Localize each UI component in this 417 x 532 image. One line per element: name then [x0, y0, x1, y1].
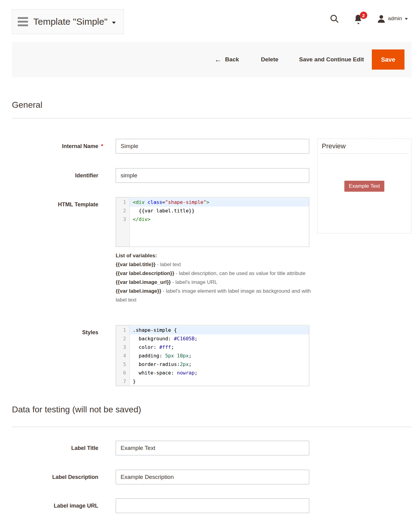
identifier-input[interactable] [116, 168, 309, 183]
action-bar: ← Back Delete Save and Continue Edit Sav… [12, 42, 412, 77]
label-title-label: Label Title [71, 445, 98, 451]
masthead: Template "Simple" 2 admin [0, 0, 417, 34]
line-numbers: 1234567 [116, 325, 130, 386]
back-button[interactable]: ← Back [214, 56, 239, 63]
code-line: border-radius:2px; [130, 360, 309, 369]
label-image-url-row: Label image URL [0, 498, 417, 513]
code-line: } [130, 377, 309, 386]
label-description-input[interactable] [116, 470, 309, 484]
label-description-row: Label Description [0, 470, 417, 484]
page-title: Template "Simple" [33, 16, 107, 27]
code-line: color: #fff; [130, 343, 309, 352]
code-area: <div class="shape-simple"> {{var label.t… [130, 197, 309, 247]
notification-count-badge: 2 [360, 12, 367, 19]
label-title-input[interactable] [116, 441, 309, 455]
delete-button[interactable]: Delete [261, 56, 278, 63]
styles-code-editor[interactable]: 1234567 .shape-simple { background: #C16… [116, 325, 309, 386]
user-menu[interactable]: admin [377, 15, 408, 23]
divider [12, 118, 412, 118]
notifications-bell-icon[interactable]: 2 [354, 14, 363, 23]
code-line: .shape-simple { [130, 326, 309, 335]
title-dropdown-caret-icon[interactable] [112, 22, 116, 24]
label-image-url-input[interactable] [116, 498, 309, 513]
variable-item: {{var label.description}} - label descri… [116, 269, 311, 278]
styles-row: Styles 1234567 .shape-simple { backgroun… [0, 325, 417, 386]
header-icons: 2 admin [330, 14, 408, 23]
html-template-label: HTML Template [58, 201, 98, 208]
label-title-row: Label Title [0, 441, 417, 455]
required-asterisk: * [98, 143, 116, 150]
page-title-box: Template "Simple" [12, 9, 124, 34]
code-line: white-space: nowrap; [130, 369, 309, 377]
general-section-heading: General [12, 100, 412, 110]
label-description-label: Label Description [52, 474, 98, 480]
variables-list: List of variables: {{var label.title}} -… [116, 251, 311, 304]
user-dropdown-caret-icon [405, 18, 408, 20]
bell-tick [357, 23, 360, 24]
search-icon[interactable] [330, 14, 339, 23]
preview-panel: Preview Example Text [317, 139, 412, 233]
line-numbers: 123 [116, 197, 130, 247]
internal-name-input[interactable] [116, 139, 309, 154]
code-line: {{var label.title}} [130, 207, 309, 215]
variable-item: {{var label.image_url}} - label's image … [116, 278, 311, 287]
testing-section-heading: Data for testing (will not be saved) [12, 404, 412, 415]
save-button[interactable]: Save [372, 49, 404, 70]
code-line: background: #C1605B; [130, 335, 309, 343]
preview-label-sample: Example Text [344, 181, 385, 192]
html-template-code-editor[interactable]: 123 <div class="shape-simple"> {{var lab… [116, 197, 309, 247]
menu-icon[interactable] [18, 17, 28, 26]
back-arrow-icon: ← [214, 56, 222, 63]
save-and-continue-button[interactable]: Save and Continue Edit [299, 56, 364, 63]
user-name: admin [388, 16, 402, 22]
variables-list-title: List of variables: [116, 251, 311, 260]
preview-body: Example Text [317, 154, 411, 192]
code-area: .shape-simple { background: #C1605B; col… [130, 325, 309, 386]
variable-item: {{var label.title}} - label text [116, 260, 311, 269]
code-line: </div> [130, 215, 309, 224]
page: Template "Simple" 2 admin ← Back Delete [0, 0, 417, 532]
user-avatar-icon [377, 15, 385, 23]
divider [12, 427, 412, 427]
code-line: <div class="shape-simple"> [130, 198, 309, 207]
styles-label: Styles [82, 329, 98, 335]
testing-form: Label Title Label Description Label imag… [0, 441, 417, 513]
preview-heading: Preview [320, 139, 409, 154]
internal-name-label: Internal Name [62, 143, 98, 149]
identifier-label: Identifier [75, 172, 98, 179]
label-image-url-label: Label image URL [54, 503, 98, 509]
variable-item: {{var label.image}} - label's image elem… [116, 287, 311, 304]
code-line: padding: 5px 10px; [130, 352, 309, 360]
